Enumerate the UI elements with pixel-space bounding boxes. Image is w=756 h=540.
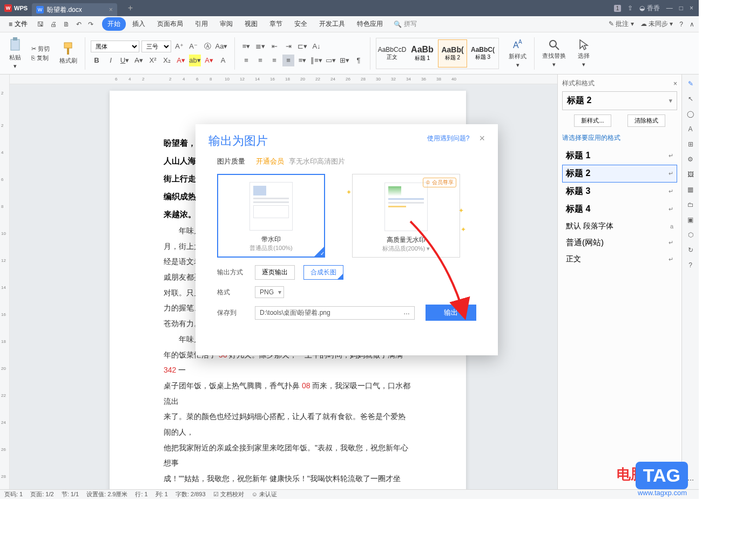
- border-icon[interactable]: ⊞▾: [339, 55, 350, 66]
- export-button[interactable]: 输出: [426, 305, 476, 321]
- document-tab[interactable]: W 盼望着.docx ×: [32, 3, 117, 16]
- format-select[interactable]: PNG: [255, 286, 284, 298]
- side-more-icon[interactable]: ⋯: [687, 476, 694, 484]
- style-h3[interactable]: AaBbC(标题 3: [468, 39, 497, 68]
- new-style-pane-button[interactable]: 新样式...: [574, 114, 611, 127]
- align-left-icon[interactable]: ≡: [240, 55, 252, 66]
- side-settings-icon[interactable]: ⚙: [687, 156, 693, 163]
- bullets-icon[interactable]: ≡▾: [240, 40, 252, 52]
- status-auth[interactable]: ☺ 未认证: [252, 490, 277, 498]
- notification-badge[interactable]: 1: [614, 5, 622, 12]
- save-icon[interactable]: 🖫: [35, 19, 46, 30]
- help-icon[interactable]: ?: [679, 21, 683, 28]
- indent-dec-icon[interactable]: ⇤: [268, 40, 280, 52]
- file-menu[interactable]: ≡ 文件: [4, 18, 32, 30]
- side-history-icon[interactable]: ↻: [688, 246, 693, 254]
- side-grid-icon[interactable]: ▦: [687, 186, 693, 193]
- paste-button[interactable]: 粘贴▾: [6, 36, 24, 71]
- print-icon[interactable]: 🖨: [48, 19, 59, 30]
- sort-icon[interactable]: A↓: [310, 40, 322, 52]
- dialog-close-icon[interactable]: ×: [479, 133, 485, 144]
- indent-inc-icon[interactable]: ⇥: [282, 40, 294, 52]
- close-window-icon[interactable]: ×: [690, 4, 693, 12]
- tab-set-icon[interactable]: ⊏▾: [296, 40, 308, 52]
- style-list-item[interactable]: 标题 4↵: [562, 200, 677, 218]
- quality-card-watermark[interactable]: 带水印 普通品质(100%): [217, 174, 325, 258]
- style-list-item[interactable]: 普通(网站)↵: [562, 234, 677, 251]
- align-justify-icon[interactable]: ≡: [282, 55, 294, 66]
- font-name-select[interactable]: 黑体: [91, 40, 139, 52]
- superscript-icon[interactable]: X²: [147, 55, 159, 66]
- italic-icon[interactable]: I: [105, 55, 117, 66]
- line-spacing-icon[interactable]: ‖≡▾: [310, 55, 322, 66]
- tab-start[interactable]: 开始: [102, 17, 126, 31]
- current-style-display[interactable]: 标题 2▾: [562, 91, 677, 110]
- tab-special[interactable]: 特色应用: [352, 17, 388, 31]
- status-words[interactable]: 字数: 2/893: [176, 490, 206, 498]
- side-pen-icon[interactable]: ✎: [688, 80, 693, 87]
- distribute-icon[interactable]: ≡▾: [296, 55, 308, 66]
- tab-dev[interactable]: 开发工具: [314, 17, 350, 31]
- clear-format-icon[interactable]: Ⓐ: [201, 40, 213, 52]
- status-page[interactable]: 页码: 1: [4, 490, 23, 498]
- font-size-select[interactable]: 三号: [141, 40, 171, 52]
- subscript-icon[interactable]: X₂: [161, 55, 173, 66]
- side-image-icon[interactable]: 🖼: [687, 171, 694, 178]
- clear-format-pane-button[interactable]: 清除格式: [627, 114, 665, 127]
- side-cursor-icon[interactable]: ↖: [688, 95, 693, 103]
- style-normal[interactable]: AaBbCcD正文: [377, 39, 407, 68]
- strike-icon[interactable]: A̶▾: [133, 55, 145, 66]
- minimize-icon[interactable]: —: [666, 4, 673, 12]
- side-text-icon[interactable]: A: [688, 125, 692, 133]
- side-folder-icon[interactable]: 🗀: [687, 201, 694, 208]
- redo-icon[interactable]: ↷: [86, 19, 96, 30]
- font-box-icon[interactable]: A: [217, 55, 229, 66]
- tab-insert[interactable]: 插入: [127, 17, 151, 31]
- style-list-item[interactable]: 标题 1↵: [562, 147, 677, 165]
- mode-long-image[interactable]: 合成长图: [303, 265, 343, 280]
- tab-close-icon[interactable]: ×: [109, 6, 113, 14]
- style-h2[interactable]: AaBb(标题 2: [438, 39, 467, 68]
- undo-icon[interactable]: ↶: [74, 19, 84, 30]
- format-painter-button[interactable]: 格式刷: [57, 40, 79, 66]
- underline-icon[interactable]: U▾: [119, 55, 131, 66]
- align-center-icon[interactable]: ≡: [254, 55, 266, 66]
- status-pages[interactable]: 页面: 1/2: [30, 490, 53, 498]
- bold-icon[interactable]: B: [91, 55, 103, 66]
- side-help-icon[interactable]: ?: [688, 261, 692, 269]
- change-case-icon[interactable]: Aa▾: [215, 40, 227, 52]
- maximize-icon[interactable]: □: [679, 4, 683, 12]
- style-list-item[interactable]: 默认 段落字体a: [562, 218, 677, 234]
- style-list-item[interactable]: 标题 2↵: [562, 165, 677, 183]
- style-list-item[interactable]: 标题 3↵: [562, 183, 677, 200]
- tab-security[interactable]: 安全: [289, 17, 313, 31]
- cut-button[interactable]: ✂ 剪切: [31, 45, 50, 53]
- vip-link[interactable]: 开通会员: [256, 157, 284, 165]
- style-h1[interactable]: AaBb标题 1: [408, 39, 437, 68]
- side-table-icon[interactable]: ⊞: [688, 140, 693, 148]
- tab-chapter[interactable]: 章节: [264, 17, 288, 31]
- collapse-ribbon-icon[interactable]: ∧: [690, 21, 694, 28]
- shading-icon[interactable]: ▭▾: [325, 55, 336, 66]
- add-tab-button[interactable]: +: [128, 3, 133, 13]
- search-box[interactable]: 🔍 拼写: [394, 19, 417, 29]
- decrease-font-icon[interactable]: A⁻: [187, 40, 199, 52]
- status-check[interactable]: ☑ 文档校对: [213, 490, 244, 498]
- quality-card-hd[interactable]: ✦ ✦ ✦ ♔ 会员尊享 高质量无水印 标清品质(200%) ▾: [352, 174, 460, 258]
- para-mark-icon[interactable]: ¶: [353, 55, 364, 66]
- close-pane-icon[interactable]: ×: [673, 80, 677, 87]
- annotate-toggle[interactable]: ✎ 批注 ▾: [609, 19, 634, 29]
- save-path-input[interactable]: D:\tools\桌面\盼望着.png…: [255, 306, 415, 320]
- side-cube-icon[interactable]: ⬡: [688, 231, 693, 239]
- preview-icon[interactable]: 🗎: [61, 19, 72, 30]
- copy-button[interactable]: ⎘ 复制: [31, 54, 50, 62]
- browse-icon[interactable]: …: [403, 308, 410, 318]
- tab-layout[interactable]: 页面布局: [152, 17, 188, 31]
- new-style-button[interactable]: AA 新样式▾: [507, 37, 529, 70]
- share-icon[interactable]: ⇪: [627, 4, 633, 12]
- increase-font-icon[interactable]: A⁺: [173, 40, 185, 52]
- align-right-icon[interactable]: ≡: [268, 55, 280, 66]
- sync-status[interactable]: ☁ 未同步 ▾: [640, 19, 673, 29]
- text-effect-icon[interactable]: A▾: [203, 55, 215, 66]
- tab-view[interactable]: 视图: [239, 17, 263, 31]
